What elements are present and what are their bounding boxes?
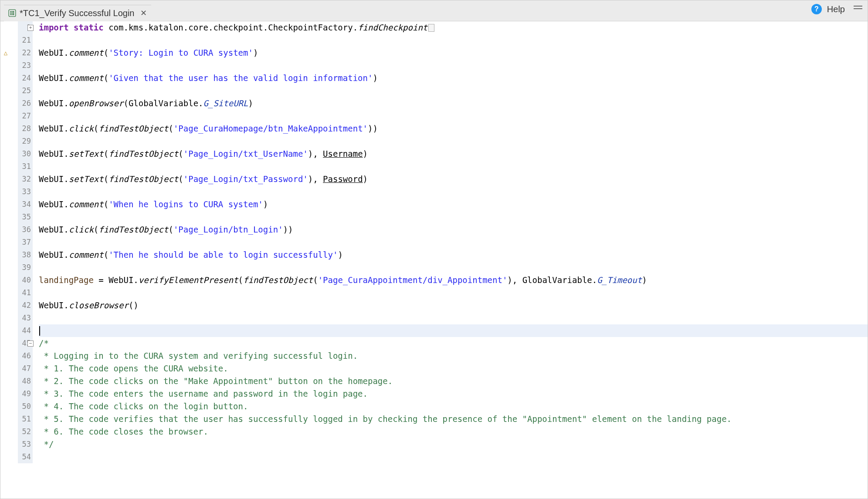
code-line[interactable]: WebUI.comment('Story: Login to CURA syst… [39,47,868,59]
code-line[interactable]: WebUI.click(findTestObject('Page_Login/b… [39,223,868,236]
code-line[interactable]: WebUI.setText(findTestObject('Page_Login… [39,173,868,185]
gutter-line: 1+ [0,21,36,34]
token-punct: ), GlobalVariable. [507,274,597,287]
code-line[interactable]: import static com.kms.katalon.core.check… [39,21,868,34]
svg-rect-6 [12,14,14,15]
code-line[interactable] [39,236,868,249]
code-line[interactable] [39,211,868,223]
token-punct [69,21,74,34]
code-line[interactable]: * 3. The code enters the username and pa… [39,388,868,400]
code-line[interactable]: * 4. The code clicks on the login button… [39,400,868,413]
code-editor[interactable]: 1+2122△232425262728293031323334353637383… [0,21,868,499]
code-line[interactable] [39,312,868,324]
token-cls: WebUI. [39,72,69,84]
code-line[interactable] [39,185,868,198]
code-area[interactable]: import static com.kms.katalon.core.check… [36,21,868,499]
token-method: findTestObject [108,173,178,185]
code-line[interactable] [39,324,868,337]
token-cls: WebUI. [39,122,69,135]
fold-collapse-icon[interactable]: − [27,341,34,347]
code-line[interactable]: /* [39,337,868,350]
token-method: click [69,122,94,135]
gutter-line: 25 [0,84,36,97]
code-line[interactable]: * 2. The code clicks on the "Make Appoin… [39,375,868,388]
token-punct: ) [338,249,342,261]
token-str: 'Then he should be able to login success… [108,249,338,261]
gutter-line: 21 [0,34,36,47]
code-line[interactable] [39,261,868,274]
gutter-line: 33 [0,185,36,198]
folded-code-icon[interactable] [428,24,434,32]
gutter-line: 39 [0,261,36,274]
gutter-line: 28 [0,122,36,135]
code-line[interactable]: * 1. The code opens the CURA website. [39,362,868,375]
token-underline: Password [323,173,363,185]
code-line[interactable]: */ [39,438,868,451]
token-cls: WebUI. [39,198,69,211]
code-line[interactable]: WebUI.click(findTestObject('Page_CuraHom… [39,122,868,135]
token-punct: ( [178,173,183,185]
code-line[interactable]: landingPage = WebUI.verifyElementPresent… [39,274,868,287]
code-line[interactable]: WebUI.comment('Then he should be able to… [39,249,868,261]
gutter-line: 52 [0,425,36,438]
token-punct: )) [283,223,293,236]
token-method: click [69,223,94,236]
fold-expand-icon[interactable]: + [27,25,34,31]
gutter-line: 35 [0,211,36,223]
code-line[interactable] [39,34,868,47]
token-cls: WebUI. [39,299,69,312]
token-str: 'When he logins to CURA system' [108,198,263,211]
code-line[interactable]: WebUI.openBrowser(GlobalVariable.G_SiteU… [39,97,868,110]
token-cls: = WebUI. [94,274,139,287]
restore-icon[interactable] [854,6,862,9]
token-comment: * 5. The code verifies that the user has… [39,413,732,425]
tab-title: *TC1_Verify Successful Login [20,8,134,18]
gutter-line: 31 [0,160,36,173]
gutter-line: 54 [0,451,36,463]
warning-icon: △ [2,50,9,57]
token-punct: ( [94,122,98,135]
gutter-line: 44 [0,324,36,337]
editor-tab[interactable]: *TC1_Verify Successful Login ✕ [4,5,151,21]
token-punct: ( [168,122,173,135]
gutter-line: 49 [0,388,36,400]
token-method: comment [69,198,104,211]
code-line[interactable]: WebUI.closeBrowser() [39,299,868,312]
token-punct: ( [313,274,318,287]
code-line[interactable] [39,110,868,122]
code-line[interactable] [39,287,868,299]
code-line[interactable]: WebUI.comment('Given that the user has t… [39,72,868,84]
token-comment: * 4. The code clicks on the login button… [39,400,248,413]
token-kw: import [39,21,69,34]
help-label[interactable]: Help [827,4,845,14]
token-str: 'Page_Login/txt_UserName' [183,148,308,160]
token-str: 'Page_CuraHomepage/btn_MakeAppointment' [173,122,368,135]
editor-window: *TC1_Verify Successful Login ✕ ? Help 1+… [0,0,868,499]
code-line[interactable] [39,160,868,173]
code-line[interactable] [39,135,868,148]
token-punct: ), [308,148,323,160]
gutter-line: 22△ [0,47,36,59]
test-case-icon [8,9,16,17]
code-line[interactable]: * 5. The code verifies that the user has… [39,413,868,425]
token-cls: WebUI. [39,47,69,59]
code-line[interactable] [39,59,868,72]
token-method: closeBrowser [69,299,129,312]
token-punct: ( [104,72,108,84]
svg-rect-3 [10,14,12,15]
help-icon[interactable]: ? [811,4,822,14]
token-method: verifyElementPresent [139,274,238,287]
close-icon[interactable]: ✕ [140,8,147,18]
code-line[interactable] [39,84,868,97]
code-line[interactable] [39,451,868,463]
code-line[interactable]: * Logging in to the CURA system and veri… [39,350,868,362]
code-line[interactable]: WebUI.setText(findTestObject('Page_Login… [39,148,868,160]
code-line[interactable]: * 6. The code closes the browser. [39,425,868,438]
svg-rect-5 [12,13,14,13]
gutter-line: 46 [0,350,36,362]
gutter-line: 24 [0,72,36,84]
gutter-line: 48 [0,375,36,388]
token-method: findTestObject [98,223,168,236]
code-line[interactable]: WebUI.comment('When he logins to CURA sy… [39,198,868,211]
token-method: comment [69,249,104,261]
